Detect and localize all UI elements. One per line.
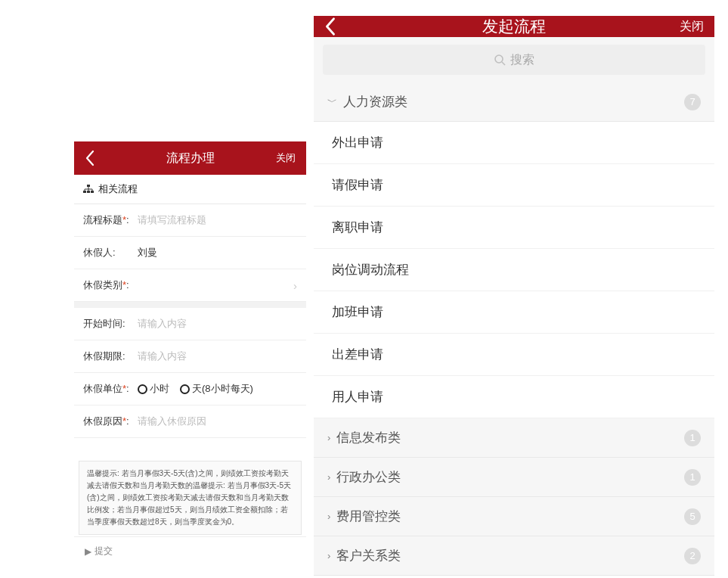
chevron-right-icon: › <box>327 432 330 443</box>
unit-radio-group: 小时 天(8小时每天) <box>138 382 253 396</box>
category-info[interactable]: › 信息发布类 1 <box>314 418 714 458</box>
back-button[interactable] <box>85 150 95 166</box>
category-count-badge: 1 <box>684 469 701 486</box>
category-count-badge: 7 <box>684 94 701 110</box>
category-label: 人力资源类 <box>343 93 684 110</box>
search-wrap: 搜索 <box>314 37 714 82</box>
chevron-left-icon <box>324 17 336 36</box>
chevron-right-icon: › <box>293 279 297 292</box>
chevron-right-icon: › <box>327 550 330 561</box>
svg-rect-0 <box>87 185 90 187</box>
process-title-label: 流程标题*: <box>83 213 138 227</box>
right-header: 发起流程 关闭 <box>314 16 714 37</box>
reason-row[interactable]: 休假原因*: 请输入休假原因 <box>74 406 306 438</box>
reason-label: 休假原因*: <box>83 415 138 428</box>
person-value: 刘曼 <box>138 246 297 259</box>
category-crm[interactable]: › 客户关系类 2 <box>314 536 714 576</box>
list-item[interactable]: 外出申请 <box>314 122 714 164</box>
unit-label: 休假单位*: <box>83 382 138 396</box>
chevron-down-icon: ﹀ <box>327 95 337 109</box>
tip-box: 温馨提示: 若当月事假3天-5天(含)之间，则绩效工资按考勤天减去请假天数和当月… <box>79 461 302 535</box>
left-screen: 流程办理 关闭 相关流程 流程标题*: 请填写流程标题 休假人: 刘曼 休假类别… <box>74 141 306 565</box>
unit-radio-day[interactable]: 天(8小时每天) <box>180 382 253 396</box>
leave-type-row[interactable]: 休假类别*: › <box>74 269 306 302</box>
left-close-button[interactable]: 关闭 <box>276 151 296 165</box>
left-header: 流程办理 关闭 <box>74 141 306 175</box>
process-title-row[interactable]: 流程标题*: 请填写流程标题 <box>74 204 306 237</box>
list-item[interactable]: 岗位调动流程 <box>314 249 714 291</box>
left-bottom: 温馨提示: 若当月事假3天-5天(含)之间，则绩效工资按考勤天减去请假天数和当月… <box>74 461 306 565</box>
svg-rect-1 <box>83 191 86 193</box>
duration-row[interactable]: 休假期限: 请输入内容 <box>74 340 306 373</box>
related-process-header: 相关流程 <box>74 175 306 204</box>
svg-point-4 <box>495 55 503 63</box>
category-hr[interactable]: ﹀ 人力资源类 7 <box>314 82 714 122</box>
flow-icon <box>83 185 94 194</box>
svg-line-5 <box>502 62 505 65</box>
chevron-right-icon: › <box>327 511 330 522</box>
category-count-badge: 1 <box>684 430 701 446</box>
radio-icon <box>180 384 190 394</box>
list-item[interactable]: 用人申请 <box>314 376 714 418</box>
reason-input[interactable]: 请输入休假原因 <box>138 415 297 428</box>
person-row: 休假人: 刘曼 <box>74 237 306 269</box>
list-item[interactable]: 请假申请 <box>314 164 714 207</box>
category-admin[interactable]: › 行政办公类 1 <box>314 458 714 497</box>
start-time-label: 开始时间: <box>83 317 138 331</box>
process-title-input[interactable]: 请填写流程标题 <box>138 213 297 227</box>
start-time-input[interactable]: 请输入内容 <box>138 317 297 331</box>
search-input[interactable]: 搜索 <box>323 45 705 75</box>
triangle-right-icon: ▶ <box>85 546 91 557</box>
category-label: 客户关系类 <box>336 547 684 564</box>
category-label: 行政办公类 <box>336 468 684 486</box>
category-count-badge: 2 <box>684 548 701 564</box>
right-header-title: 发起流程 <box>482 16 546 37</box>
category-count-badge: 5 <box>684 508 701 525</box>
right-screen: 发起流程 关闭 搜索 ﹀ 人力资源类 7 外出申请 请假申请 离职申请 岗位调动… <box>314 16 714 561</box>
unit-row: 休假单位*: 小时 天(8小时每天) <box>74 373 306 406</box>
radio-icon <box>138 384 147 394</box>
section-title: 相关流程 <box>98 182 138 196</box>
duration-input[interactable]: 请输入内容 <box>138 350 297 363</box>
left-header-title: 流程办理 <box>166 151 215 166</box>
category-label: 信息发布类 <box>336 429 684 446</box>
leave-type-label: 休假类别*: <box>83 278 138 292</box>
divider <box>74 302 306 308</box>
search-placeholder: 搜索 <box>510 52 534 68</box>
start-time-row[interactable]: 开始时间: 请输入内容 <box>74 308 306 340</box>
svg-rect-2 <box>87 191 90 193</box>
svg-rect-3 <box>91 191 94 193</box>
submit-button[interactable]: ▶ 提交 <box>74 536 306 565</box>
list-item[interactable]: 出差申请 <box>314 334 714 376</box>
list-item[interactable]: 加班申请 <box>314 291 714 334</box>
list-item[interactable]: 离职申请 <box>314 207 714 249</box>
person-label: 休假人: <box>83 246 138 259</box>
right-close-button[interactable]: 关闭 <box>680 19 704 35</box>
chevron-right-icon: › <box>327 471 330 483</box>
unit-radio-hour[interactable]: 小时 <box>138 382 169 396</box>
duration-label: 休假期限: <box>83 350 138 363</box>
back-button[interactable] <box>324 17 336 36</box>
category-expense[interactable]: › 费用管控类 5 <box>314 497 714 536</box>
category-label: 费用管控类 <box>336 508 684 525</box>
search-icon <box>494 54 506 66</box>
chevron-left-icon <box>85 150 95 166</box>
